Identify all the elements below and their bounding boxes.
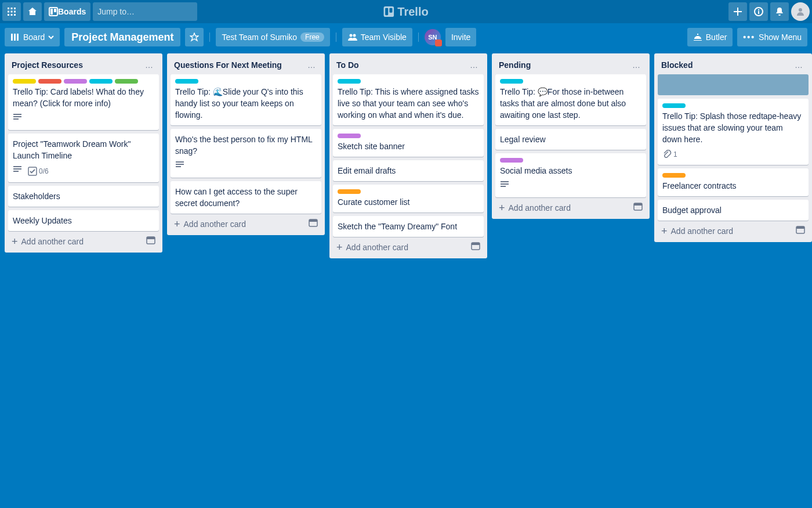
- card[interactable]: Trello Tip: This is where assigned tasks…: [333, 74, 484, 125]
- card[interactable]: Project "Teamwork Dream Work" Launch Tim…: [8, 134, 159, 182]
- show-menu-button[interactable]: ••• Show Menu: [737, 28, 807, 46]
- card[interactable]: Edit email drafts: [333, 160, 484, 181]
- create-from-template-button[interactable]: [471, 242, 480, 253]
- add-card-button[interactable]: +Add another card: [8, 231, 159, 249]
- list-menu-button[interactable]: …: [630, 59, 643, 71]
- card-title: Trello Tip: 🌊Slide your Q's into this ha…: [175, 86, 317, 121]
- card-label[interactable]: [64, 79, 87, 84]
- add-card-button[interactable]: +Add another card: [171, 214, 321, 232]
- user-avatar[interactable]: [791, 2, 810, 21]
- card[interactable]: Trello Tip: 🌊Slide your Q's into this ha…: [171, 74, 321, 125]
- add-card-button[interactable]: +Add another card: [333, 237, 484, 255]
- card-label[interactable]: [662, 103, 686, 108]
- svg-rect-14: [383, 6, 394, 17]
- board-title[interactable]: Project Management: [64, 28, 180, 46]
- card[interactable]: Weekly Updates: [8, 210, 159, 231]
- team-plan-pill: Free: [300, 33, 324, 42]
- list-title[interactable]: To Do: [336, 60, 467, 70]
- board-member-avatar[interactable]: SN: [425, 29, 441, 45]
- card[interactable]: Legal review: [495, 129, 646, 150]
- create-from-template-button[interactable]: [796, 225, 805, 236]
- visibility-button[interactable]: Team Visible: [342, 28, 412, 46]
- card-label[interactable]: [38, 79, 61, 84]
- card-label[interactable]: [175, 79, 198, 84]
- card-labels: [662, 173, 804, 178]
- invite-button[interactable]: Invite: [445, 28, 476, 46]
- create-from-template-button[interactable]: [309, 218, 318, 229]
- template-icon: [633, 202, 643, 211]
- list-title[interactable]: Blocked: [661, 60, 792, 70]
- team-button[interactable]: Test Team of Sumiko Free: [216, 28, 329, 46]
- notifications-button[interactable]: [770, 2, 789, 21]
- board-view-switcher[interactable]: Board: [5, 28, 60, 46]
- card[interactable]: Freelancer contracts: [658, 168, 809, 196]
- card-badges: [13, 113, 154, 125]
- svg-rect-32: [472, 243, 480, 245]
- list-title[interactable]: Project Resources: [12, 60, 143, 70]
- board-view-icon: [10, 33, 20, 42]
- create-from-template-button[interactable]: [633, 202, 643, 213]
- card[interactable]: Curate customer list: [333, 185, 484, 212]
- svg-point-24: [349, 34, 352, 37]
- card-label[interactable]: [13, 79, 36, 84]
- create-button[interactable]: [728, 2, 747, 21]
- board-icon: [49, 7, 58, 16]
- list-title[interactable]: Questions For Next Meeting: [174, 60, 305, 70]
- list: To Do…Trello Tip: This is where assigned…: [329, 53, 487, 258]
- butler-button[interactable]: Butler: [687, 28, 733, 46]
- template-icon: [471, 242, 480, 251]
- brand-logo[interactable]: Trello: [383, 5, 428, 19]
- card-title: Trello Tip: This is where assigned tasks…: [338, 86, 479, 121]
- card[interactable]: Stakeholders: [8, 186, 159, 207]
- card[interactable]: Trello Tip: Card labels! What do they me…: [8, 74, 159, 130]
- list-menu-button[interactable]: …: [792, 59, 805, 71]
- card-label[interactable]: [89, 79, 113, 84]
- list-menu-button[interactable]: …: [467, 59, 480, 71]
- card-label[interactable]: [662, 173, 686, 178]
- search-input[interactable]: [97, 7, 199, 16]
- card[interactable]: Trello Tip: Splash those redtape-heavy i…: [658, 99, 809, 165]
- boards-button[interactable]: Boards: [44, 2, 90, 21]
- svg-rect-19: [758, 9, 759, 10]
- board-canvas[interactable]: Project Resources…Trello Tip: Card label…: [0, 51, 812, 508]
- add-card-label: Add another card: [184, 219, 246, 229]
- info-button[interactable]: [749, 2, 768, 21]
- card-label[interactable]: [500, 79, 523, 84]
- list-menu-button[interactable]: …: [305, 59, 318, 71]
- card-labels: [338, 134, 479, 138]
- card[interactable]: Social media assets: [495, 153, 646, 197]
- card[interactable]: Trello Tip: 💬For those in-between tasks …: [495, 74, 646, 125]
- search-box[interactable]: [93, 2, 197, 21]
- badge-checklist: 0/6: [28, 165, 49, 177]
- badge-attachments: 1: [662, 149, 677, 160]
- home-button[interactable]: [23, 2, 42, 21]
- apps-icon: [7, 7, 16, 16]
- card[interactable]: How can I get access to the super secret…: [171, 181, 321, 214]
- card-title: Who's the best person to fix my HTML sna…: [175, 134, 317, 157]
- svg-point-20: [799, 8, 802, 12]
- add-card-button[interactable]: +Add another card: [658, 221, 809, 239]
- card-title: Weekly Updates: [13, 215, 154, 226]
- apps-menu-button[interactable]: [2, 2, 21, 21]
- card-label[interactable]: [338, 134, 361, 138]
- plus-icon: +: [661, 227, 668, 235]
- card-label[interactable]: [338, 189, 361, 194]
- card-label[interactable]: [500, 158, 523, 163]
- card-label[interactable]: [338, 79, 361, 84]
- card-title: Edit email drafts: [338, 165, 479, 176]
- card[interactable]: Sketch the "Teamy Dreamy" Font: [333, 216, 484, 237]
- list-title[interactable]: Pending: [499, 60, 630, 70]
- create-from-template-button[interactable]: [146, 236, 155, 247]
- svg-rect-21: [11, 34, 13, 41]
- svg-rect-1: [11, 8, 13, 9]
- card[interactable]: Sketch site banner: [333, 129, 484, 157]
- badge-description: [13, 165, 22, 178]
- card[interactable]: Who's the best person to fix my HTML sna…: [171, 129, 321, 178]
- add-card-button[interactable]: +Add another card: [495, 197, 646, 215]
- star-button[interactable]: [185, 28, 204, 46]
- list-menu-button[interactable]: …: [143, 59, 155, 71]
- card-badges: 0/6: [13, 165, 154, 178]
- card-title: Trello Tip: Splash those redtape-heavy i…: [662, 110, 804, 145]
- card[interactable]: Budget approval: [658, 200, 809, 221]
- card-label[interactable]: [115, 79, 138, 84]
